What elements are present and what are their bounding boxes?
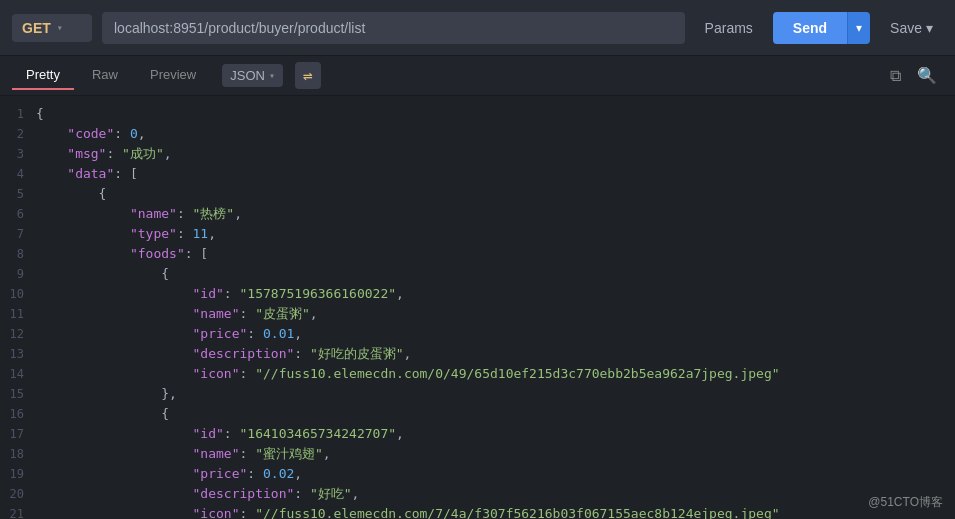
line-number: 1 (0, 104, 36, 124)
json-line: 20 "description": "好吃", (0, 484, 955, 504)
line-content: "price": 0.01, (36, 324, 302, 344)
format-select[interactable]: JSON ▾ (222, 64, 283, 87)
line-number: 20 (0, 484, 36, 504)
line-content: { (36, 264, 169, 284)
line-content: "type": 11, (36, 224, 216, 244)
tab-pretty[interactable]: Pretty (12, 61, 74, 90)
format-label: JSON (230, 68, 265, 83)
copy-icon[interactable]: ⧉ (884, 62, 907, 89)
json-line: 4 "data": [ (0, 164, 955, 184)
line-number: 11 (0, 304, 36, 324)
line-content: "msg": "成功", (36, 144, 172, 164)
search-icon[interactable]: 🔍 (911, 62, 943, 89)
json-line: 19 "price": 0.02, (0, 464, 955, 484)
method-text: GET (22, 20, 51, 36)
line-number: 14 (0, 364, 36, 384)
line-content: "icon": "//fuss10.elemecdn.com/7/4a/f307… (36, 504, 780, 519)
tab-preview[interactable]: Preview (136, 61, 210, 90)
json-line: 2 "code": 0, (0, 124, 955, 144)
json-line: 13 "description": "好吃的皮蛋粥", (0, 344, 955, 364)
line-content: "description": "好吃的皮蛋粥", (36, 344, 411, 364)
method-arrow-icon: ▾ (57, 22, 63, 33)
line-number: 2 (0, 124, 36, 144)
top-bar: GET ▾ Params Send ▾ Save ▾ (0, 0, 955, 56)
json-line: 5 { (0, 184, 955, 204)
line-content: "name": "热榜", (36, 204, 242, 224)
json-line: 7 "type": 11, (0, 224, 955, 244)
line-content: "id": "157875196366160022", (36, 284, 404, 304)
line-number: 6 (0, 204, 36, 224)
line-number: 19 (0, 464, 36, 484)
json-line: 15 }, (0, 384, 955, 404)
save-button[interactable]: Save ▾ (880, 14, 943, 42)
json-line: 8 "foods": [ (0, 244, 955, 264)
json-line: 10 "id": "157875196366160022", (0, 284, 955, 304)
line-number: 21 (0, 504, 36, 519)
line-number: 10 (0, 284, 36, 304)
wrap-icon[interactable]: ⇌ (295, 62, 321, 89)
url-input[interactable] (102, 12, 685, 44)
json-line: 1{ (0, 104, 955, 124)
json-line: 11 "name": "皮蛋粥", (0, 304, 955, 324)
json-line: 21 "icon": "//fuss10.elemecdn.com/7/4a/f… (0, 504, 955, 519)
tab-bar: Pretty Raw Preview JSON ▾ ⇌ ⧉ 🔍 (0, 56, 955, 96)
line-number: 13 (0, 344, 36, 364)
line-number: 7 (0, 224, 36, 244)
json-line: 16 { (0, 404, 955, 424)
line-number: 15 (0, 384, 36, 404)
json-line: 9 { (0, 264, 955, 284)
line-number: 9 (0, 264, 36, 284)
line-content: "code": 0, (36, 124, 146, 144)
line-number: 17 (0, 424, 36, 444)
line-content: "name": "皮蛋粥", (36, 304, 318, 324)
line-number: 5 (0, 184, 36, 204)
line-number: 18 (0, 444, 36, 464)
params-button[interactable]: Params (695, 14, 763, 42)
json-line: 17 "id": "164103465734242707", (0, 424, 955, 444)
line-content: { (36, 104, 44, 124)
line-content: "data": [ (36, 164, 138, 184)
line-content: "name": "蜜汁鸡翅", (36, 444, 331, 464)
line-content: }, (36, 384, 177, 404)
line-content: { (36, 404, 169, 424)
line-content: { (36, 184, 106, 204)
json-line: 3 "msg": "成功", (0, 144, 955, 164)
line-content: "price": 0.02, (36, 464, 302, 484)
line-content: "icon": "//fuss10.elemecdn.com/0/49/65d1… (36, 364, 780, 384)
line-number: 12 (0, 324, 36, 344)
line-content: "foods": [ (36, 244, 208, 264)
line-number: 8 (0, 244, 36, 264)
send-button[interactable]: Send (773, 12, 847, 44)
line-number: 3 (0, 144, 36, 164)
send-btn-group: Send ▾ (773, 12, 870, 44)
line-number: 16 (0, 404, 36, 424)
method-selector[interactable]: GET ▾ (12, 14, 92, 42)
json-line: 6 "name": "热榜", (0, 204, 955, 224)
line-number: 4 (0, 164, 36, 184)
format-arrow-icon: ▾ (269, 70, 275, 81)
json-line: 12 "price": 0.01, (0, 324, 955, 344)
tab-raw[interactable]: Raw (78, 61, 132, 90)
json-area: 1{2 "code": 0,3 "msg": "成功",4 "data": [5… (0, 96, 955, 519)
send-dropdown-button[interactable]: ▾ (847, 12, 870, 44)
line-content: "id": "164103465734242707", (36, 424, 404, 444)
json-line: 18 "name": "蜜汁鸡翅", (0, 444, 955, 464)
json-line: 14 "icon": "//fuss10.elemecdn.com/0/49/6… (0, 364, 955, 384)
line-content: "description": "好吃", (36, 484, 359, 504)
